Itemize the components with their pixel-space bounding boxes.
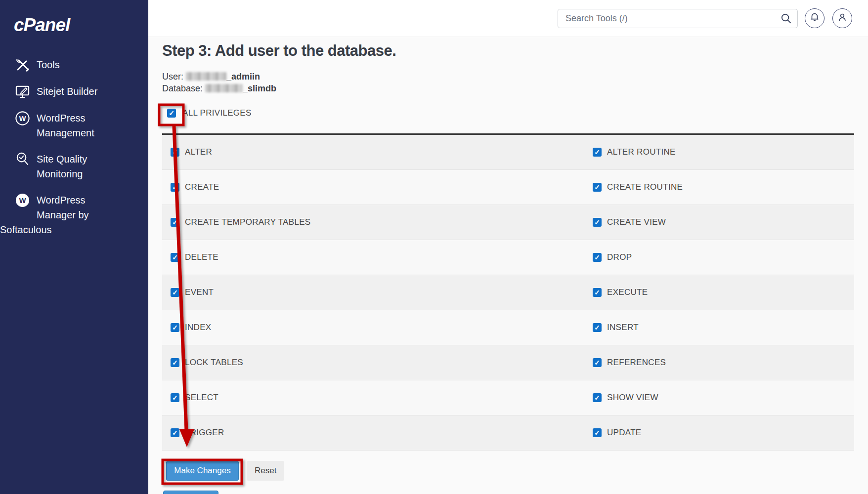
all-privileges-row: ✓ ALL PRIVILEGES [162,102,252,124]
privilege-checkbox-alter-routine[interactable]: ✓ [593,148,602,157]
privilege-label: ALTER [185,147,212,157]
privilege-row: ✓EVENT✓EXECUTE [162,275,854,310]
privilege-label: SELECT [185,393,218,403]
sidebar-item-site-quality-monitoring[interactable]: Site Quality Monitoring [0,152,148,181]
wordpress-icon: W [15,111,30,126]
privilege-label: LOCK TABLES [185,358,243,368]
search-icon[interactable] [781,13,792,24]
user-icon [837,12,848,25]
privilege-cell-lock-tables: ✓LOCK TABLES [162,345,584,380]
page-title: Step 3: Add user to the database. [162,42,396,60]
privilege-label: CREATE VIEW [607,217,666,227]
database-line: Database: _slimdb [162,82,276,94]
privilege-cell-delete: ✓DELETE [162,240,584,275]
privilege-row: ✓TRIGGER✓UPDATE [162,415,854,451]
site-quality-icon [15,152,30,167]
privilege-checkbox-execute[interactable]: ✓ [593,288,602,297]
sidebar: cPanel Tools Sitejet Builder [0,0,148,494]
main-content: Step 3: Add user to the database. User: … [148,37,868,494]
privilege-cell-trigger: ✓TRIGGER [162,415,584,450]
privilege-checkbox-select[interactable]: ✓ [171,393,179,402]
privilege-cell-create: ✓CREATE [162,170,584,205]
privilege-cell-show-view: ✓SHOW VIEW [584,380,854,415]
privilege-label: SHOW VIEW [607,393,658,403]
privilege-label: INDEX [185,323,211,332]
make-changes-button[interactable]: Make Changes [166,461,239,481]
notifications-button[interactable] [805,8,825,28]
privilege-checkbox-create[interactable]: ✓ [171,183,179,192]
privilege-cell-index: ✓INDEX [162,310,584,345]
svg-text:W: W [19,197,26,205]
search-input[interactable] [558,9,798,28]
privilege-label: CREATE [185,182,219,192]
wordpress-icon: W [15,193,30,208]
bell-icon [809,12,820,25]
topbar [148,0,868,37]
privilege-checkbox-create-view[interactable]: ✓ [593,218,602,227]
sidebar-item-wordpress-manager-softaculous[interactable]: W WordPress Manager by Softaculous [0,193,148,237]
privilege-label: DELETE [185,252,218,262]
partial-bottom-button[interactable] [163,491,218,494]
privilege-row: ✓CREATE TEMPORARY TABLES✓CREATE VIEW [162,205,854,240]
redacted-database [205,84,243,92]
privilege-label: INSERT [607,323,639,332]
privilege-label: EXECUTE [607,288,648,297]
privilege-cell-event: ✓EVENT [162,275,584,310]
sidebar-nav: Tools Sitejet Builder W WordPress Manage… [0,57,148,237]
account-button[interactable] [832,8,852,28]
privilege-checkbox-insert[interactable]: ✓ [593,323,602,332]
user-database-info: User: _admiin Database: _slimdb [162,71,276,94]
privilege-checkbox-show-view[interactable]: ✓ [593,393,602,402]
privilege-checkbox-create-routine[interactable]: ✓ [593,183,602,192]
privilege-checkbox-drop[interactable]: ✓ [593,253,602,262]
privilege-label: UPDATE [607,428,642,438]
all-privileges-label: ALL PRIVILEGES [182,108,252,118]
reset-button[interactable]: Reset [247,461,284,481]
privilege-cell-execute: ✓EXECUTE [584,275,854,310]
privilege-checkbox-index[interactable]: ✓ [171,323,179,332]
privilege-checkbox-event[interactable]: ✓ [171,288,179,297]
sidebar-item-tools[interactable]: Tools [0,57,148,73]
sidebar-item-label: Site Quality Monitoring [37,152,121,181]
tools-icon [15,57,30,73]
privileges-table: ✓ALTER✓ALTER ROUTINE✓CREATE✓CREATE ROUTI… [162,133,854,451]
sidebar-item-label: WordPress Management [37,111,121,140]
sidebar-item-sitejet-builder[interactable]: Sitejet Builder [0,84,148,99]
privilege-label: CREATE ROUTINE [607,182,683,192]
form-actions: Make Changes Reset [162,461,284,481]
all-privileges-checkbox[interactable]: ✓ [167,109,176,118]
privilege-cell-update: ✓UPDATE [584,415,854,450]
svg-text:W: W [19,115,26,123]
privilege-label: ALTER ROUTINE [607,147,676,157]
privilege-checkbox-create-temporary-tables[interactable]: ✓ [171,218,179,227]
privilege-row: ✓INDEX✓INSERT [162,310,854,345]
privilege-cell-alter: ✓ALTER [162,135,584,169]
privilege-row: ✓LOCK TABLES✓REFERENCES [162,345,854,380]
privilege-cell-insert: ✓INSERT [584,310,854,345]
privilege-cell-drop: ✓DROP [584,240,854,275]
privilege-label: CREATE TEMPORARY TABLES [185,217,310,227]
privilege-cell-create-view: ✓CREATE VIEW [584,205,854,240]
privilege-label: TRIGGER [185,428,224,438]
privilege-row: ✓ALTER✓ALTER ROUTINE [162,135,854,170]
user-line: User: _admiin [162,71,276,82]
privilege-checkbox-delete[interactable]: ✓ [171,253,179,262]
sidebar-item-wordpress-management[interactable]: W WordPress Management [0,111,148,140]
privilege-label: DROP [607,252,632,262]
redacted-username [186,72,226,81]
sidebar-item-label: Sitejet Builder [37,84,97,99]
search-box [558,9,798,28]
privilege-checkbox-lock-tables[interactable]: ✓ [171,358,179,367]
privilege-checkbox-references[interactable]: ✓ [593,358,602,367]
cpanel-logo: cPanel [0,0,148,36]
privilege-checkbox-alter[interactable]: ✓ [171,148,179,157]
privilege-label: EVENT [185,288,214,297]
sidebar-item-label: WordPress Manager by Softaculous [37,193,121,237]
privilege-checkbox-trigger[interactable]: ✓ [171,428,179,437]
privilege-row: ✓SELECT✓SHOW VIEW [162,380,854,415]
privilege-checkbox-update[interactable]: ✓ [593,428,602,437]
sitejet-builder-icon [15,84,30,99]
privilege-cell-create-routine: ✓CREATE ROUTINE [584,170,854,205]
privilege-cell-select: ✓SELECT [162,380,584,415]
privilege-cell-alter-routine: ✓ALTER ROUTINE [584,135,854,169]
